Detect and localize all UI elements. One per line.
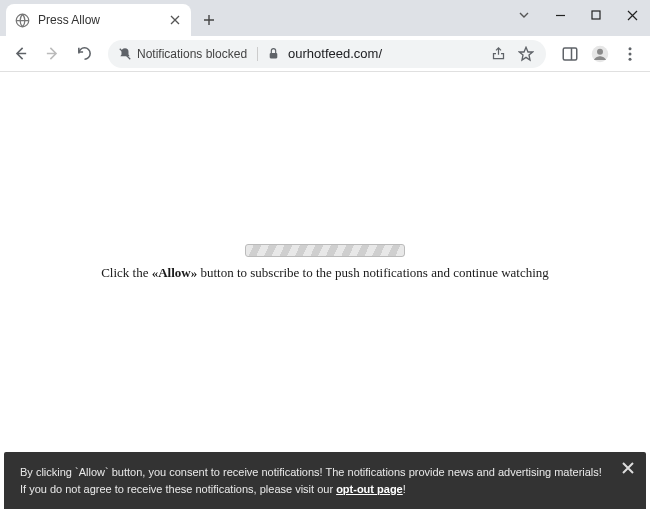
- progress-bar: [245, 244, 405, 257]
- opt-out-link[interactable]: opt-out page: [336, 483, 403, 495]
- bell-slash-icon: [118, 47, 132, 61]
- svg-point-8: [629, 57, 632, 60]
- page-content: Click the «Allow» button to subscribe to…: [0, 72, 650, 452]
- new-tab-button[interactable]: [195, 6, 223, 34]
- tab-title: Press Allow: [38, 13, 159, 27]
- toolbar-right: [556, 40, 644, 68]
- url-text: ourhotfeed.com/: [288, 46, 480, 61]
- titlebar: Press Allow: [0, 0, 650, 36]
- lock-icon[interactable]: [266, 47, 280, 61]
- svg-rect-3: [563, 48, 577, 60]
- tab-close-icon[interactable]: [167, 12, 183, 28]
- maximize-button[interactable]: [578, 0, 614, 30]
- window-controls: [506, 0, 650, 30]
- consent-close-icon[interactable]: [622, 462, 634, 474]
- address-bar[interactable]: Notifications blocked ourhotfeed.com/: [108, 40, 546, 68]
- svg-rect-2: [269, 53, 277, 58]
- reload-button[interactable]: [70, 40, 98, 68]
- msg-suffix: button to subscribe to the push notifica…: [197, 265, 549, 280]
- browser-tab[interactable]: Press Allow: [6, 4, 191, 36]
- minimize-button[interactable]: [542, 0, 578, 30]
- svg-rect-1: [592, 11, 600, 19]
- share-icon[interactable]: [488, 44, 508, 64]
- close-window-button[interactable]: [614, 0, 650, 30]
- svg-point-7: [629, 52, 632, 55]
- msg-prefix: Click the: [101, 265, 152, 280]
- consent-text-before: By clicking `Allow` button, you consent …: [20, 466, 602, 495]
- globe-icon: [14, 12, 30, 28]
- toolbar: Notifications blocked ourhotfeed.com/: [0, 36, 650, 72]
- back-button[interactable]: [6, 40, 34, 68]
- consent-banner: By clicking `Allow` button, you consent …: [4, 452, 646, 509]
- svg-point-5: [597, 48, 603, 54]
- instruction-text: Click the «Allow» button to subscribe to…: [101, 265, 549, 281]
- svg-point-6: [629, 47, 632, 50]
- forward-button[interactable]: [38, 40, 66, 68]
- profile-avatar-icon[interactable]: [586, 40, 614, 68]
- bookmark-star-icon[interactable]: [516, 44, 536, 64]
- notifications-blocked-label: Notifications blocked: [137, 47, 247, 61]
- chevron-down-icon[interactable]: [506, 0, 542, 30]
- msg-bold: «Allow»: [152, 265, 198, 280]
- side-panel-icon[interactable]: [556, 40, 584, 68]
- menu-dots-icon[interactable]: [616, 40, 644, 68]
- consent-text-after: !: [403, 483, 406, 495]
- notifications-blocked-chip[interactable]: Notifications blocked: [118, 47, 258, 61]
